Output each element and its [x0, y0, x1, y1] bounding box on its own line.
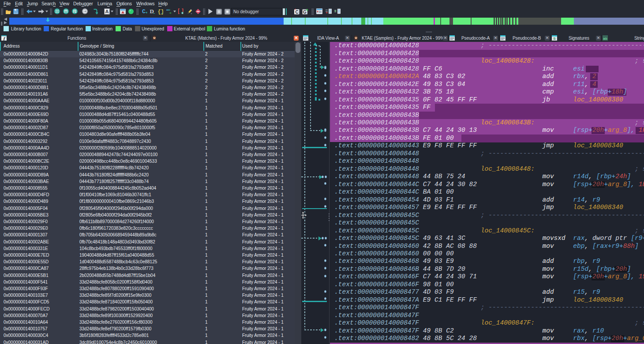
svg-text:A: A — [105, 9, 109, 14]
svg-text:ab: ab — [603, 37, 607, 41]
svg-text:G: G — [303, 10, 307, 15]
svg-text:C: C — [142, 8, 146, 15]
svg-text:S: S — [553, 37, 556, 41]
svg-text:“: “ — [168, 8, 171, 13]
svg-text:C: C — [295, 10, 298, 15]
